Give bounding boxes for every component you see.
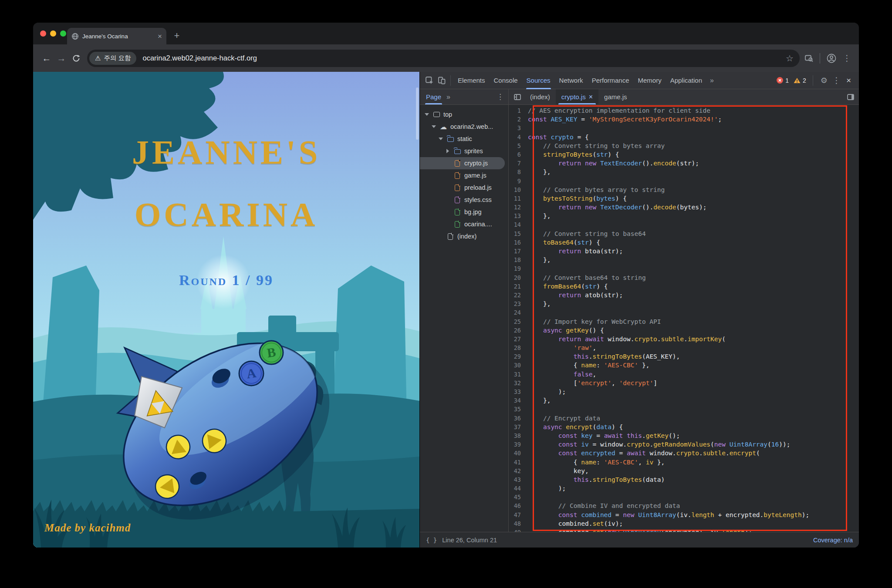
settings-gear-icon[interactable]: ⚙ bbox=[818, 76, 830, 85]
line-number[interactable]: 1 bbox=[509, 106, 528, 115]
tab-elements[interactable]: Elements bbox=[453, 72, 490, 89]
browser-menu-icon[interactable]: ⋮ bbox=[843, 53, 851, 63]
tree-item-sprites[interactable]: sprites bbox=[420, 145, 505, 157]
more-panels-icon[interactable]: » bbox=[706, 77, 717, 84]
line-number[interactable]: 4 bbox=[509, 133, 528, 141]
tree-item-bg-jpg[interactable]: bg.jpg bbox=[420, 206, 505, 218]
tab-memory[interactable]: Memory bbox=[634, 72, 666, 89]
browser-tab[interactable]: Jeanne's Ocarina × bbox=[67, 28, 166, 44]
reload-button[interactable] bbox=[69, 51, 84, 66]
toggle-sidebar-right-icon[interactable] bbox=[847, 89, 859, 104]
line-number[interactable]: 29 bbox=[509, 352, 528, 361]
line-number[interactable]: 43 bbox=[509, 475, 528, 484]
line-number[interactable]: 32 bbox=[509, 379, 528, 387]
navigator-menu-icon[interactable]: ⋮ bbox=[494, 92, 507, 101]
line-number[interactable]: 34 bbox=[509, 396, 528, 405]
line-number[interactable]: 16 bbox=[509, 238, 528, 247]
line-number[interactable]: 49 bbox=[509, 528, 528, 532]
tree-item-index[interactable]: (index) bbox=[420, 230, 505, 242]
line-number[interactable]: 45 bbox=[509, 493, 528, 501]
line-number[interactable]: 13 bbox=[509, 212, 528, 220]
tree-item-ocarina[interactable]: ocarina.... bbox=[420, 218, 505, 230]
tree-item-preload-js[interactable]: preload.js bbox=[420, 181, 505, 194]
line-number[interactable]: 11 bbox=[509, 194, 528, 203]
tree-item-top[interactable]: top bbox=[420, 108, 505, 121]
line-number[interactable]: 12 bbox=[509, 203, 528, 212]
line-number[interactable]: 27 bbox=[509, 335, 528, 343]
security-chip[interactable]: ⚠ 주의 요함 bbox=[89, 52, 136, 65]
close-file-tab-icon[interactable]: × bbox=[589, 93, 593, 101]
line-number[interactable]: 26 bbox=[509, 326, 528, 335]
warning-badge-icon[interactable] bbox=[794, 77, 801, 84]
line-number[interactable]: 18 bbox=[509, 255, 528, 264]
url-text[interactable]: ocarina2.web02.jeanne-hack-ctf.org bbox=[142, 54, 784, 62]
navigator-tab-page[interactable]: Page bbox=[425, 89, 442, 104]
code-editor[interactable]: 1// AES encryption implementation for cl… bbox=[509, 105, 859, 532]
line-number[interactable]: 41 bbox=[509, 458, 528, 467]
more-navigator-tabs-icon[interactable]: » bbox=[446, 93, 450, 101]
tree-item-ocarina2-web[interactable]: ☁ocarina2.web... bbox=[420, 121, 505, 133]
tree-item-crypto-js[interactable]: crypto.js bbox=[420, 157, 505, 169]
devtools-menu-icon[interactable]: ⋮ bbox=[832, 75, 841, 85]
tree-item-static[interactable]: static bbox=[420, 133, 505, 145]
line-number[interactable]: 21 bbox=[509, 282, 528, 291]
file-tab-game-js[interactable]: game.js bbox=[598, 89, 633, 104]
line-number[interactable]: 14 bbox=[509, 220, 528, 229]
line-number[interactable]: 17 bbox=[509, 247, 528, 255]
line-number[interactable]: 19 bbox=[509, 264, 528, 273]
line-number[interactable]: 8 bbox=[509, 168, 528, 176]
file-tab-crypto-js[interactable]: crypto.js× bbox=[556, 89, 598, 104]
error-badge-icon[interactable] bbox=[777, 77, 783, 84]
line-number[interactable]: 15 bbox=[509, 229, 528, 238]
tab-application[interactable]: Application bbox=[666, 72, 706, 89]
line-number[interactable]: 30 bbox=[509, 361, 528, 370]
coverage-link[interactable]: Coverage: n/a bbox=[813, 537, 853, 544]
new-tab-button[interactable]: + bbox=[171, 30, 183, 42]
line-number[interactable]: 2 bbox=[509, 115, 528, 124]
line-number[interactable]: 10 bbox=[509, 185, 528, 194]
forward-button[interactable]: → bbox=[54, 51, 69, 66]
line-number[interactable]: 24 bbox=[509, 308, 528, 317]
page-scrollbar[interactable] bbox=[416, 87, 419, 140]
collapse-sidebar-icon[interactable] bbox=[511, 91, 524, 103]
close-tab-icon[interactable]: × bbox=[158, 33, 162, 40]
pretty-print-icon[interactable]: { } bbox=[426, 537, 437, 544]
line-number[interactable]: 20 bbox=[509, 273, 528, 282]
bookmark-star-icon[interactable]: ☆ bbox=[784, 53, 795, 64]
tab-network[interactable]: Network bbox=[555, 72, 588, 89]
tab-sources[interactable]: Sources bbox=[522, 72, 555, 89]
line-number[interactable]: 42 bbox=[509, 467, 528, 475]
warning-count[interactable]: 2 bbox=[803, 77, 806, 84]
line-number[interactable]: 47 bbox=[509, 511, 528, 519]
line-number[interactable]: 5 bbox=[509, 141, 528, 150]
close-devtools-icon[interactable]: × bbox=[843, 76, 855, 85]
profile-avatar-icon[interactable] bbox=[826, 53, 837, 64]
line-number[interactable]: 3 bbox=[509, 124, 528, 132]
line-number[interactable]: 28 bbox=[509, 343, 528, 352]
minimize-window-button[interactable] bbox=[50, 30, 56, 37]
line-number[interactable]: 46 bbox=[509, 501, 528, 510]
line-number[interactable]: 23 bbox=[509, 299, 528, 308]
tab-console[interactable]: Console bbox=[490, 72, 522, 89]
inspect-element-icon[interactable] bbox=[423, 74, 436, 87]
line-number[interactable]: 40 bbox=[509, 449, 528, 457]
line-number[interactable]: 39 bbox=[509, 440, 528, 449]
line-number[interactable]: 36 bbox=[509, 414, 528, 423]
tab-performance[interactable]: Performance bbox=[588, 72, 634, 89]
line-number[interactable]: 25 bbox=[509, 317, 528, 326]
address-bar[interactable]: ⚠ 주의 요함 ocarina2.web02.jeanne-hack-ctf.o… bbox=[87, 50, 800, 67]
line-number[interactable]: 37 bbox=[509, 423, 528, 431]
tree-item-game-js[interactable]: game.js bbox=[420, 169, 505, 181]
line-number[interactable]: 9 bbox=[509, 177, 528, 185]
line-number[interactable]: 22 bbox=[509, 291, 528, 299]
line-number[interactable]: 38 bbox=[509, 431, 528, 440]
line-number[interactable]: 48 bbox=[509, 519, 528, 528]
close-window-button[interactable] bbox=[40, 30, 46, 37]
device-toolbar-icon[interactable] bbox=[436, 74, 448, 87]
error-count[interactable]: 1 bbox=[785, 77, 789, 84]
zoom-window-button[interactable] bbox=[60, 30, 66, 37]
tree-item-styles-css[interactable]: styles.css bbox=[420, 194, 505, 206]
file-tab-index[interactable]: (index) bbox=[524, 89, 556, 104]
line-number[interactable]: 44 bbox=[509, 484, 528, 493]
line-number[interactable]: 35 bbox=[509, 405, 528, 413]
